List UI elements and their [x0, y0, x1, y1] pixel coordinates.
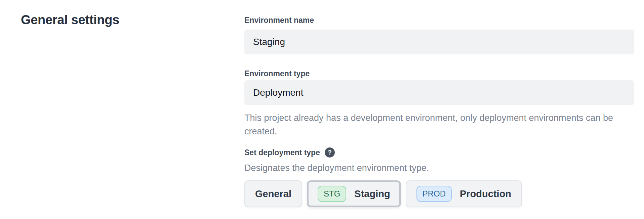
option-label: Staging [354, 188, 390, 200]
environment-type-label: Environment type [244, 69, 310, 78]
deployment-type-option-staging[interactable]: STG Staging [307, 180, 401, 207]
deployment-type-description: Designates the deployment environment ty… [244, 162, 429, 174]
deployment-type-options: General STG Staging PROD Production [244, 180, 522, 207]
production-badge: PROD [416, 186, 452, 202]
option-label: General [255, 188, 291, 200]
deployment-type-option-general[interactable]: General [244, 180, 302, 207]
staging-badge: STG [318, 186, 346, 202]
page-title: General settings [21, 13, 119, 27]
environment-name-input[interactable] [244, 30, 634, 54]
settings-page: General settings Environment name Enviro… [0, 0, 644, 219]
deployment-type-option-production[interactable]: PROD Production [406, 180, 522, 207]
environment-name-label: Environment name [244, 15, 314, 25]
question-mark-icon[interactable]: ? [325, 147, 335, 158]
environment-type-input[interactable] [244, 80, 634, 105]
option-label: Production [460, 188, 511, 200]
environment-type-help-text: This project already has a development e… [244, 111, 616, 138]
environment-settings-form: Environment name Environment type This p… [244, 0, 634, 207]
deployment-type-label-row: Set deployment type ? [244, 147, 335, 158]
deployment-type-label: Set deployment type [244, 148, 320, 157]
